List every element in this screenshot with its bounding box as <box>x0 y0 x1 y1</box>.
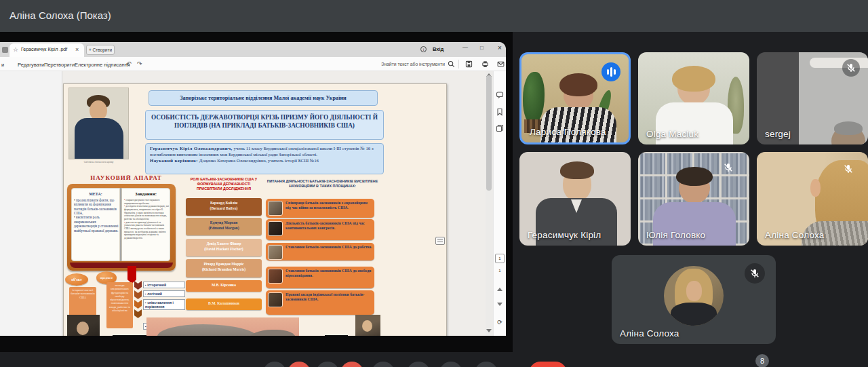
scrollbar-thumb[interactable] <box>486 75 492 191</box>
dark-image <box>325 335 348 336</box>
researcher-name-en: (Edmund Morgan) <box>208 226 239 230</box>
book-page-meta: МЕТА: проаналізувати факти, що вплинули … <box>71 188 120 261</box>
participant-face <box>563 167 591 201</box>
researcher-item: В.М. Калашников <box>186 298 262 310</box>
participant-face <box>564 81 593 110</box>
bookmark-icon[interactable] <box>496 108 504 116</box>
shared-screen: ☆ Герасимчук Кіріл .pdf × + Створити і В… <box>0 32 513 352</box>
participant-tile[interactable]: Аліна Солоха <box>612 255 776 344</box>
undo-icon[interactable]: ↶ <box>126 60 132 67</box>
comments-icon[interactable] <box>496 91 504 99</box>
plane-thumbnail <box>268 245 283 260</box>
save-icon[interactable] <box>465 60 473 68</box>
search-tools-label[interactable]: Знайти текст або інструменти <box>377 62 445 66</box>
chevron-shape <box>134 281 142 290</box>
control-button[interactable] <box>316 362 339 367</box>
menu-item-partial[interactable]: и <box>1 62 4 68</box>
window-close-button[interactable]: × <box>498 44 502 52</box>
researcher-item: Девід Хакетт Фішер(David Hackett Fischer… <box>186 239 262 256</box>
tab-close-icon[interactable]: × <box>75 46 79 53</box>
left-panel <box>0 71 62 336</box>
participant-name: Olga Macluk <box>646 129 698 139</box>
window-minimize-button[interactable]: — <box>462 44 468 50</box>
leave-call-button[interactable] <box>529 362 567 367</box>
participant-count-badge[interactable]: 8 <box>755 354 769 367</box>
rushmore-rock <box>157 324 259 336</box>
participant-tile[interactable]: Лариса Полякова <box>519 52 631 144</box>
participant-tile[interactable]: Olga Macluk <box>638 52 749 144</box>
control-button[interactable] <box>263 362 286 367</box>
control-button[interactable] <box>407 362 430 367</box>
researcher-item: Едмунд Морган(Edmund Morgan) <box>186 218 262 235</box>
plane-item: Правові засади індіанської політики бать… <box>266 290 374 315</box>
avatar <box>664 266 724 326</box>
plane-thumbnail <box>268 269 283 284</box>
supervisor-name: Доценко Катерина Олександрівна, учитель … <box>198 158 319 163</box>
acrobat-home-icon[interactable] <box>2 47 8 53</box>
pages-icon[interactable] <box>496 124 504 132</box>
star-icon[interactable]: ☆ <box>13 46 18 53</box>
researcher-name-uk: Едмунд Морган <box>210 220 237 225</box>
presenter-banner: Аліна Солоха (Показ) <box>0 0 868 32</box>
plane-item: Співпраця батьків-засновників з європейц… <box>266 199 374 218</box>
signin-button[interactable]: Вхід <box>433 46 443 52</box>
method-item: історичний <box>143 282 185 288</box>
book-cover-edge <box>70 263 173 268</box>
rotate-icon[interactable]: ⟳ <box>495 319 505 326</box>
mic-off-icon <box>719 159 737 176</box>
search-icon[interactable] <box>448 60 455 68</box>
control-button[interactable] <box>475 362 498 367</box>
rushmore-rock <box>248 330 296 336</box>
plane-thumbnail <box>268 221 283 236</box>
participant-name: Аліна Солоха <box>765 230 824 240</box>
camera-control-button[interactable] <box>340 362 363 367</box>
author-name: Герасимчук Кіріл Олександрович, <box>150 146 233 151</box>
meta-list: проаналізувати факти, що вплинули на фор… <box>74 198 119 233</box>
menu-item-convert[interactable]: Перетворити <box>44 62 75 68</box>
info-icon[interactable]: і <box>420 46 427 52</box>
participant-tile[interactable]: Герасимчук Кіріл <box>519 152 631 246</box>
menu-item-esign[interactable]: Електронне підписання <box>75 62 130 68</box>
mic-off-icon <box>745 263 765 284</box>
mic-off-icon <box>842 59 860 77</box>
print-icon[interactable] <box>481 60 489 68</box>
task-item: довести на прикладі діяльності та ухвале… <box>124 221 169 240</box>
mic-control-button[interactable] <box>288 362 311 367</box>
pdf-tab[interactable]: ☆ Герасимчук Кіріл .pdf × <box>9 43 84 57</box>
acrobat-toolbar: и Редагувати Перетворити Електронне підп… <box>0 57 506 71</box>
researcher-name-en: (Richard Brandon Morris) <box>202 267 245 271</box>
avatar-face <box>686 281 702 301</box>
meet-screen: Аліна Солоха (Показ) ☆ Герасимчук Кіріл … <box>0 0 868 367</box>
mount-rushmore-image <box>146 317 299 336</box>
menu-item-edit[interactable]: Редагувати <box>18 62 44 68</box>
poster-org-header: Запорізьке територіальне відділення Мало… <box>149 90 378 106</box>
participant-name: Герасимчук Кіріл <box>528 230 601 240</box>
meta-item: висвітлити роль американських державотво… <box>74 215 119 232</box>
plant-decor <box>523 72 545 125</box>
poster-title: ОСОБИСТІСТЬ ДЕРЖАВОТВОРЦЯ КРІЗЬ ПРИЗМУ Й… <box>145 110 384 140</box>
task-item: дослідити психотипи державотворців, які … <box>124 205 169 220</box>
control-button[interactable] <box>372 362 395 367</box>
plane-item: Ставлення батьків-засновників США до раб… <box>266 243 374 260</box>
plane-text: Правові засади індіанської політики бать… <box>285 292 364 301</box>
create-button[interactable]: + Створити <box>86 45 115 55</box>
plane-item: Ставлення батьків-засновників США до сво… <box>266 267 374 288</box>
participant-tile[interactable]: sergej <box>757 52 868 144</box>
scroll-down-icon[interactable] <box>486 329 492 332</box>
redo-icon[interactable]: ↷ <box>137 60 142 67</box>
supervisor-label: Науковий керівник: <box>150 158 198 163</box>
next-page-icon[interactable] <box>497 303 502 306</box>
page-number-input[interactable]: 1 <box>495 254 505 263</box>
student-photo <box>68 88 129 159</box>
control-button[interactable] <box>439 362 462 367</box>
plane-item: Діяльність батьків-засновників США під ч… <box>266 219 374 240</box>
participant-body <box>540 107 616 144</box>
comment-note-icon[interactable] <box>435 237 445 245</box>
previous-page-icon[interactable] <box>497 288 502 291</box>
researcher-name-uk: Девід Хакетт Фішер <box>206 242 241 246</box>
window-maximize-button[interactable]: □ <box>480 45 484 51</box>
plane-thumbnail <box>268 201 283 216</box>
mail-icon[interactable] <box>497 60 505 68</box>
participant-tile[interactable]: Аліна Солоха <box>757 152 868 246</box>
participant-tile[interactable]: Юлія Головко <box>638 152 749 246</box>
